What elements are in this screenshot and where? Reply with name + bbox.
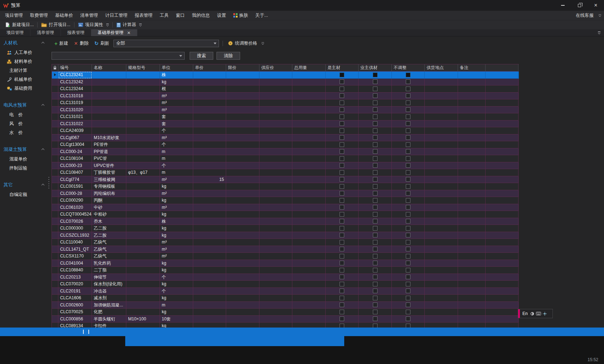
cell-no-adjust[interactable]	[392, 183, 425, 190]
cell-limit-price[interactable]	[226, 281, 259, 288]
cell-unit[interactable]: kg	[160, 232, 193, 239]
grid-row[interactable]: CLC061020中砂m³	[52, 204, 519, 211]
cell-spec[interactable]	[126, 134, 160, 142]
cell-spec[interactable]	[126, 141, 160, 148]
cell-unit[interactable]: kg	[160, 267, 193, 274]
cell-supply-price[interactable]	[259, 155, 292, 162]
cell-supply-price[interactable]	[259, 253, 292, 260]
cell-unit[interactable]: kg	[160, 197, 193, 204]
cell-limit-price[interactable]	[226, 239, 259, 246]
cell-filler[interactable]	[486, 183, 518, 190]
cell-code[interactable]: CLCQT0004524	[58, 211, 92, 218]
cell-supply-location[interactable]	[425, 253, 458, 260]
cell-unit[interactable]: m²	[160, 253, 193, 260]
cell-note[interactable]	[458, 162, 486, 169]
cell-note[interactable]	[458, 148, 486, 156]
cell-supply-location[interactable]	[425, 204, 458, 211]
checkbox-owner-supplied[interactable]	[373, 163, 378, 168]
cell-total-qty[interactable]	[292, 72, 326, 79]
cell-limit-price[interactable]	[226, 295, 259, 302]
cell-is-main-material[interactable]	[326, 302, 359, 309]
cell-spec[interactable]	[126, 260, 160, 267]
cell-limit-price[interactable]	[226, 232, 259, 239]
cell-total-qty[interactable]	[292, 169, 326, 176]
cell-name[interactable]: 乙二胺	[92, 232, 126, 239]
cell-code[interactable]: CLCSZCL1932	[58, 232, 92, 239]
checkbox-no-adjust[interactable]	[406, 100, 410, 105]
cell-is-main-material[interactable]	[326, 120, 359, 128]
cell-is-main-material[interactable]	[326, 127, 359, 134]
cell-unit[interactable]: m³	[160, 93, 193, 100]
cell-owner-supplied[interactable]	[359, 246, 392, 253]
menu-item-2[interactable]: 基础单价	[52, 11, 77, 20]
cell-supply-price[interactable]	[259, 141, 292, 148]
cell-spec[interactable]	[126, 79, 160, 86]
cell-price[interactable]	[193, 155, 226, 162]
sidebar-section-concrete[interactable]: 混凝土预算	[0, 143, 48, 155]
restore-button[interactable]	[571, 0, 588, 11]
grid-row[interactable]: CLCSZCL1932乙二胺kg	[52, 232, 519, 239]
cell-spec[interactable]	[126, 309, 160, 316]
cell-name[interactable]: 减水剂	[92, 295, 126, 302]
cell-total-qty[interactable]	[292, 225, 326, 232]
checkbox-no-adjust[interactable]	[406, 121, 410, 126]
row-indicator[interactable]	[52, 93, 58, 100]
cell-unit[interactable]: m³	[160, 107, 193, 114]
cell-no-adjust[interactable]	[392, 295, 425, 302]
checkbox-is-main-material[interactable]	[340, 296, 344, 300]
grid-row[interactable]: CLC000290丙酮kg	[52, 197, 519, 204]
cell-filler[interactable]	[486, 281, 518, 288]
grid-row[interactable]: CLC110040乙炔气m³	[52, 239, 519, 246]
cell-limit-price[interactable]	[226, 169, 259, 176]
checkbox-no-adjust[interactable]	[406, 316, 410, 321]
cell-no-adjust[interactable]	[392, 267, 425, 274]
toolbar-button-1[interactable]: 打开项目...	[38, 21, 73, 29]
cell-code[interactable]: CLC108104	[58, 155, 92, 162]
cell-unit[interactable]: m	[160, 148, 193, 156]
cell-is-main-material[interactable]	[326, 288, 359, 295]
grid-toolbar-overflow-icon[interactable]	[262, 42, 264, 45]
cell-limit-price[interactable]	[226, 107, 259, 114]
cell-limit-price[interactable]	[226, 225, 259, 232]
cell-price[interactable]	[193, 148, 226, 156]
cell-supply-price[interactable]	[259, 267, 292, 274]
toolbar-button-0[interactable]: 新建项目...	[2, 21, 36, 29]
cell-supply-location[interactable]	[425, 274, 458, 281]
checkbox-no-adjust[interactable]	[406, 128, 410, 133]
cell-supply-location[interactable]	[425, 190, 458, 197]
cell-spec[interactable]: M10×100	[126, 316, 160, 323]
column-header-0[interactable]: 编号	[58, 64, 92, 72]
checkbox-is-main-material[interactable]	[340, 73, 344, 77]
cell-unit[interactable]: kg	[160, 295, 193, 302]
checkbox-owner-supplied[interactable]	[373, 289, 378, 293]
row-indicator[interactable]	[52, 155, 58, 162]
cell-total-qty[interactable]	[292, 316, 326, 323]
cell-no-adjust[interactable]	[392, 113, 425, 120]
close-button[interactable]: ×	[588, 0, 604, 11]
cell-code[interactable]: CLC131019	[58, 99, 92, 107]
cell-total-qty[interactable]	[292, 134, 326, 142]
cell-supply-price[interactable]	[259, 260, 292, 267]
cell-limit-price[interactable]	[226, 204, 259, 211]
cell-supply-location[interactable]	[425, 127, 458, 134]
checkbox-owner-supplied[interactable]	[373, 212, 378, 217]
cell-total-qty[interactable]	[292, 79, 326, 86]
row-indicator[interactable]	[52, 190, 58, 197]
cell-unit[interactable]: m²	[160, 176, 193, 183]
checkbox-owner-supplied[interactable]	[373, 261, 378, 265]
cell-note[interactable]	[458, 260, 486, 267]
cell-filler[interactable]	[486, 211, 518, 218]
cell-unit[interactable]: 个	[160, 274, 193, 281]
cell-code[interactable]: CLC000300	[58, 225, 92, 232]
cell-spec[interactable]	[126, 197, 160, 204]
cell-name[interactable]	[92, 72, 126, 79]
cell-code[interactable]: CLCA24039	[58, 127, 92, 134]
checkbox-owner-supplied[interactable]	[373, 191, 378, 196]
sidebar-item-electric-price[interactable]: 电 价	[0, 110, 48, 119]
checkbox-owner-supplied[interactable]	[373, 316, 378, 321]
sidebar-item-wind-price[interactable]: 风 价	[0, 119, 48, 128]
cell-note[interactable]	[458, 190, 486, 197]
sidebar-item-machine-price[interactable]: 机械单价	[0, 75, 48, 84]
cell-no-adjust[interactable]	[392, 155, 425, 162]
checkbox-owner-supplied[interactable]	[373, 184, 378, 189]
